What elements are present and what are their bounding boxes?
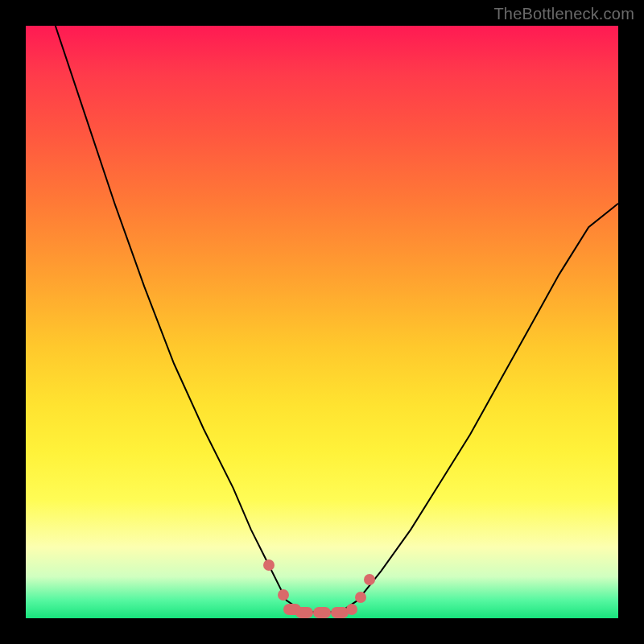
bottleneck-curve <box>26 26 618 618</box>
optimal-marker <box>355 592 366 603</box>
optimal-marker <box>295 607 313 618</box>
optimal-marker <box>364 574 375 585</box>
optimal-marker <box>278 589 289 601</box>
plot-area <box>26 26 618 618</box>
optimal-marker <box>313 607 331 618</box>
optimal-marker <box>346 604 357 615</box>
chart-frame: TheBottleneck.com <box>0 0 644 644</box>
attribution-text: TheBottleneck.com <box>493 5 634 23</box>
optimal-marker <box>263 559 275 571</box>
